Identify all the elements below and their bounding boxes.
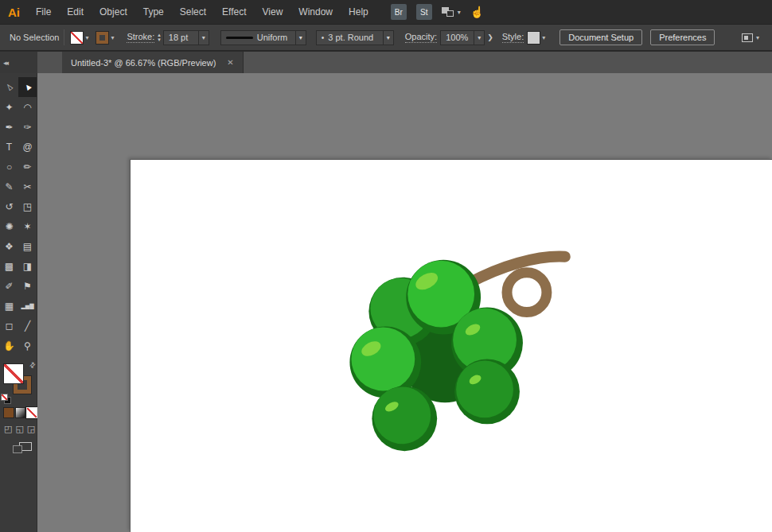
perspective-grid-tool[interactable]: ▤ bbox=[18, 236, 37, 256]
eyedropper-icon: ✐ bbox=[5, 281, 13, 292]
width-profile-value: Uniform bbox=[257, 33, 291, 42]
gradient-icon: ◨ bbox=[23, 261, 32, 272]
star-icon: ✶ bbox=[23, 221, 31, 232]
bridge-badge[interactable]: Br bbox=[391, 4, 407, 20]
scissors-icon: ✂ bbox=[23, 181, 31, 192]
menu-select[interactable]: Select bbox=[172, 6, 214, 17]
star-tool[interactable]: ✶ bbox=[18, 216, 37, 236]
close-tab-icon[interactable]: ✕ bbox=[227, 58, 233, 67]
menu-view[interactable]: View bbox=[255, 6, 291, 17]
mesh-tool[interactable]: ▩ bbox=[0, 256, 18, 276]
chevron-down-icon[interactable]: ▾ bbox=[383, 31, 393, 45]
paintbrush-tool[interactable]: ✏ bbox=[18, 157, 37, 177]
grapes-artwork bbox=[131, 160, 772, 532]
grape-body bbox=[456, 360, 513, 417]
stroke-weight-field[interactable]: 18 pt ▾ bbox=[163, 30, 209, 45]
pen-tool[interactable]: ✒ bbox=[0, 117, 18, 137]
gradient-tool[interactable]: ◨ bbox=[18, 256, 37, 276]
type-tool[interactable]: T bbox=[0, 137, 18, 157]
ellipse-tool[interactable]: ○ bbox=[0, 157, 18, 177]
magic-wand-tool[interactable]: ✦ bbox=[0, 97, 18, 117]
arrange-documents-control[interactable]: ▾ bbox=[742, 33, 764, 42]
shape-builder-tool[interactable]: ❖ bbox=[0, 236, 18, 256]
chevron-down-icon[interactable]: ▾ bbox=[198, 31, 209, 45]
opacity-field[interactable]: 100% ▾ bbox=[440, 30, 485, 45]
default-fill-stroke-icon[interactable] bbox=[2, 394, 11, 404]
menu-file[interactable]: File bbox=[28, 6, 59, 17]
scissors-tool[interactable]: ✂ bbox=[18, 177, 37, 196]
menu-effect[interactable]: Effect bbox=[214, 6, 254, 17]
direct-selection-tool[interactable]: ► bbox=[18, 77, 37, 97]
menu-edit[interactable]: Edit bbox=[59, 6, 92, 17]
free-transform-tool[interactable]: ◳ bbox=[18, 196, 37, 216]
menu-window[interactable]: Window bbox=[290, 6, 341, 17]
brush-value: 3 pt. Round bbox=[328, 33, 378, 42]
lasso-icon: ◠ bbox=[23, 102, 31, 113]
draw-normal-button[interactable]: ◰ bbox=[4, 424, 12, 434]
color-mode-button[interactable] bbox=[4, 408, 14, 417]
column-graph-tool[interactable]: ▂▅▇ bbox=[18, 296, 37, 316]
blend-tool[interactable]: ⚑ bbox=[18, 276, 37, 296]
brush-dropdown[interactable]: • 3 pt. Round ▾ bbox=[316, 30, 394, 45]
tool-grid: ▻ ► ✦ ◠ ✒ ✑ T @ ○ ✏ ✎ ✂ ↺ ◳ ✺ ✶ ❖ ▤ ▩ ◨ bbox=[0, 77, 37, 355]
zoom-tool[interactable]: ⚲ bbox=[18, 336, 37, 355]
collapse-tools-icon[interactable]: ◂◂ bbox=[3, 59, 7, 67]
stroke-label[interactable]: Stroke: bbox=[127, 32, 154, 43]
document-setup-button[interactable]: Document Setup bbox=[560, 29, 642, 45]
artboard[interactable] bbox=[130, 159, 772, 532]
hand-tool[interactable]: ✋ bbox=[0, 336, 18, 355]
workspace-icon bbox=[442, 7, 454, 17]
menu-help[interactable]: Help bbox=[341, 6, 376, 17]
symbol-sprayer-tool[interactable]: ✺ bbox=[0, 216, 18, 236]
curvature-tool[interactable]: ✑ bbox=[18, 117, 37, 137]
style-label[interactable]: Style: bbox=[502, 32, 524, 43]
slice-tool[interactable]: ◻ bbox=[0, 316, 18, 336]
rotate-tool[interactable]: ↺ bbox=[0, 196, 18, 216]
arrange-documents-icon bbox=[742, 33, 753, 42]
menu-type[interactable]: Type bbox=[135, 6, 172, 17]
width-profile-dropdown[interactable]: Uniform ▾ bbox=[220, 30, 306, 45]
stroke-color-control[interactable]: ▾ bbox=[96, 32, 114, 44]
zoom-icon: ⚲ bbox=[24, 340, 31, 351]
artboard-tool[interactable]: ▦ bbox=[0, 296, 18, 316]
opacity-menu-arrow-icon[interactable]: ❯ bbox=[487, 33, 493, 41]
workspace-switcher[interactable]: ▾ bbox=[442, 7, 461, 17]
swap-fill-stroke-icon[interactable]: ⇄ bbox=[28, 360, 37, 370]
none-mode-button[interactable] bbox=[27, 408, 37, 417]
style-swatch-dropdown[interactable]: ▾ bbox=[528, 32, 545, 44]
preferences-button[interactable]: Preferences bbox=[650, 29, 715, 45]
spiral-tool[interactable]: @ bbox=[18, 137, 37, 157]
selection-tool[interactable]: ▻ bbox=[0, 77, 18, 97]
chevron-down-icon[interactable]: ▾ bbox=[295, 31, 306, 45]
tools-panel: ▻ ► ✦ ◠ ✒ ✑ T @ ○ ✏ ✎ ✂ ↺ ◳ ✺ ✶ ❖ ▤ ▩ ◨ bbox=[0, 73, 37, 532]
canvas[interactable] bbox=[37, 73, 772, 532]
chevron-down-icon[interactable]: ▾ bbox=[474, 31, 484, 45]
grape-stem-curl bbox=[507, 273, 547, 313]
knife-tool[interactable]: ╱ bbox=[18, 316, 37, 336]
perspective-grid-icon: ▤ bbox=[23, 241, 32, 252]
fill-color-control[interactable]: ▾ bbox=[71, 32, 88, 44]
menu-bar: Ai File Edit Object Type Select Effect V… bbox=[0, 0, 772, 24]
draw-inside-button[interactable]: ◲ bbox=[27, 424, 35, 434]
stepper-down-icon[interactable]: ▾ bbox=[158, 37, 161, 42]
style-swatch bbox=[528, 32, 540, 44]
slice-icon: ◻ bbox=[6, 320, 14, 332]
shape-builder-icon: ❖ bbox=[5, 241, 14, 252]
document-tab[interactable]: Untitled-3* @ 66.67% (RGB/Preview) ✕ bbox=[62, 52, 244, 73]
control-bar: No Selection ▾ ▾ Stroke: ▴ ▾ 18 pt ▾ Uni… bbox=[0, 24, 772, 51]
lasso-tool[interactable]: ◠ bbox=[18, 97, 37, 117]
opacity-label[interactable]: Opacity: bbox=[405, 32, 437, 43]
screen-mode-button[interactable] bbox=[19, 442, 32, 451]
draw-behind-button[interactable]: ◱ bbox=[15, 424, 23, 434]
pencil-tool[interactable]: ✎ bbox=[0, 177, 18, 196]
stroke-weight-stepper[interactable]: ▴ ▾ bbox=[158, 33, 161, 42]
drawing-mode-row: ◰ ◱ ◲ bbox=[0, 417, 37, 434]
pen-icon: ✒ bbox=[5, 122, 13, 133]
tools-panel-header: ◂◂ bbox=[0, 52, 37, 73]
fill-indicator[interactable] bbox=[4, 364, 23, 383]
eyedropper-tool[interactable]: ✐ bbox=[0, 276, 18, 296]
menu-object[interactable]: Object bbox=[92, 6, 135, 17]
stock-badge[interactable]: St bbox=[416, 4, 432, 20]
gradient-mode-button[interactable] bbox=[16, 408, 25, 417]
touch-workspace-icon[interactable]: ☝ bbox=[470, 6, 492, 18]
